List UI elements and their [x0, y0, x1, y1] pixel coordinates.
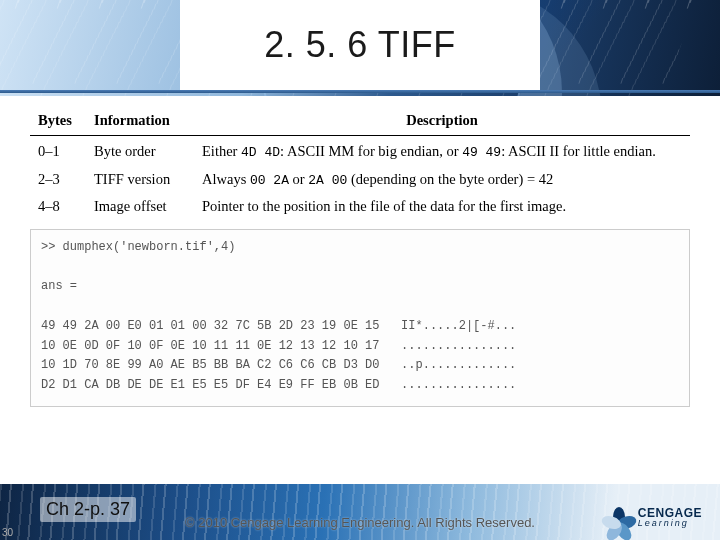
col-information: Information — [86, 108, 194, 136]
title-underline — [0, 90, 720, 93]
text: or — [289, 171, 308, 187]
hex-line: D2 D1 CA DB DE DE E1 E5 E5 DF E4 E9 FF E… — [41, 378, 516, 392]
tiff-header-table: Bytes Information Description 0–1 Byte o… — [30, 108, 690, 219]
hex-ascii: ................ — [401, 339, 516, 353]
text: : ASCII II for little endian. — [501, 143, 656, 159]
table-row: 0–1 Byte order Either 4D 4D: ASCII MM fo… — [30, 136, 690, 164]
hex-ans: ans = — [41, 279, 77, 293]
code: 00 2A — [250, 173, 289, 188]
slide-title: 2. 5. 6 TIFF — [180, 0, 540, 90]
table-row: 4–8 Image offset Pointer to the position… — [30, 191, 690, 219]
cell-desc: Pointer to the position in the file of t… — [194, 191, 690, 219]
logo-text: CENGAGE Learning — [638, 507, 702, 528]
text: Either — [202, 143, 241, 159]
hex-ascii: II*.....2|[-#... — [401, 319, 516, 333]
cell-bytes: 2–3 — [30, 164, 86, 192]
table-row: 2–3 TIFF version Always 00 2A or 2A 00 (… — [30, 164, 690, 192]
content-area: Bytes Information Description 0–1 Byte o… — [30, 108, 690, 407]
code: 4D 4D — [241, 145, 280, 160]
hex-command: >> dumphex('newborn.tif',4) — [41, 240, 235, 254]
col-description: Description — [194, 108, 690, 136]
hex-line: 49 49 2A 00 E0 01 01 00 32 7C 5B 2D 23 1… — [41, 319, 516, 333]
cell-desc: Always 00 2A or 2A 00 (depending on the … — [194, 164, 690, 192]
hex-bytes: D2 D1 CA DB DE DE E1 E5 E5 DF E4 E9 FF E… — [41, 378, 379, 392]
slide: 2. 5. 6 TIFF Bytes Information Descripti… — [0, 0, 720, 540]
cell-info: TIFF version — [86, 164, 194, 192]
code: 2A 00 — [308, 173, 347, 188]
cengage-logo: CENGAGE Learning — [606, 504, 702, 530]
slide-number: 30 — [2, 527, 13, 538]
text: : ASCII MM for big endian, or — [280, 143, 462, 159]
col-bytes: Bytes — [30, 108, 86, 136]
text: (depending on the byte order) = 42 — [347, 171, 553, 187]
hex-bytes: 10 0E 0D 0F 10 0F 0E 10 11 11 0E 12 13 1… — [41, 339, 379, 353]
logo-icon — [606, 504, 632, 530]
cell-info: Byte order — [86, 136, 194, 164]
cell-bytes: 4–8 — [30, 191, 86, 219]
cell-desc: Either 4D 4D: ASCII MM for big endian, o… — [194, 136, 690, 164]
text: Always — [202, 171, 250, 187]
hex-dump: >> dumphex('newborn.tif',4) ans = 49 49 … — [30, 229, 690, 407]
cell-bytes: 0–1 — [30, 136, 86, 164]
hex-bytes: 10 1D 70 8E 99 A0 AE B5 BB BA C2 C6 C6 C… — [41, 358, 379, 372]
hex-bytes: 49 49 2A 00 E0 01 01 00 32 7C 5B 2D 23 1… — [41, 319, 379, 333]
cell-info: Image offset — [86, 191, 194, 219]
hex-ascii: ................ — [401, 378, 516, 392]
hex-line: 10 1D 70 8E 99 A0 AE B5 BB BA C2 C6 C6 C… — [41, 358, 516, 372]
logo-subbrand: Learning — [638, 519, 702, 528]
hex-ascii: ..p............. — [401, 358, 516, 372]
code: 49 49 — [462, 145, 501, 160]
hex-line: 10 0E 0D 0F 10 0F 0E 10 11 11 0E 12 13 1… — [41, 339, 516, 353]
